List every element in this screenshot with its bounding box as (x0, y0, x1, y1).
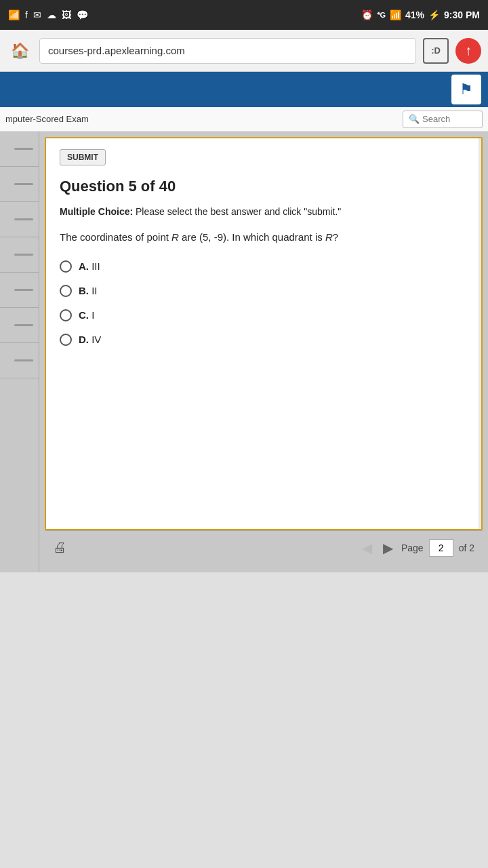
sidebar-line-5 (14, 289, 33, 291)
site-header: ⚑ (0, 72, 488, 107)
network-icon: ⁴G (377, 11, 386, 20)
submit-button[interactable]: SUBMIT (60, 149, 106, 165)
wifi-icon: 📶 (8, 9, 20, 20)
choice-b-text: II (92, 285, 97, 296)
sidebar-line-4 (14, 254, 33, 256)
sidebar-line-2 (14, 183, 33, 185)
gray-bottom-area (0, 572, 488, 830)
search-box[interactable]: 🔍 (403, 111, 483, 128)
question-title: Question 5 of 40 (60, 178, 468, 195)
question-text: The coordinates of point R are (5, -9). … (60, 230, 468, 245)
sidebar-line-7 (14, 359, 33, 361)
panel-right-divider (479, 138, 481, 529)
point-r-italic: R (171, 231, 179, 243)
radio-c[interactable] (60, 309, 72, 321)
time-display: 9:30 PM (444, 9, 480, 20)
page-label: Page (401, 542, 424, 553)
exam-title: mputer-Scored Exam (5, 114, 397, 124)
status-icons-left: 📶 f ✉ ☁ 🖼 💬 (8, 9, 88, 20)
exam-bar: mputer-Scored Exam 🔍 (0, 107, 488, 132)
sidebar-line-3 (14, 218, 33, 220)
browser-chrome: 🏠 courses-prd.apexlearning.com :D ↑ (0, 30, 488, 72)
url-text: courses-prd.apexlearning.com (48, 45, 185, 56)
tab-switcher-button[interactable]: :D (423, 38, 449, 64)
choice-c[interactable]: C. I (60, 309, 468, 321)
battery-percentage: 41% (405, 9, 424, 20)
facebook-icon: f (25, 9, 28, 20)
sidebar-item-2[interactable] (0, 167, 39, 202)
alarm-icon: ⏰ (361, 9, 373, 20)
signal-icon: 📶 (390, 9, 401, 20)
instruction-bold: Multiple Choice: (60, 206, 133, 217)
sidebar-item-7[interactable] (0, 343, 39, 378)
upload-button[interactable]: ↑ (455, 38, 481, 64)
radio-a[interactable] (60, 260, 72, 273)
choice-a[interactable]: A. III (60, 260, 468, 273)
choice-d-label: D. IV (79, 334, 101, 345)
logo-symbol: ⚑ (460, 81, 473, 98)
next-page-button[interactable]: ▶ (380, 540, 396, 556)
choice-b-letter: B. (79, 285, 89, 296)
choice-a-label: A. III (79, 260, 100, 272)
status-bar: 📶 f ✉ ☁ 🖼 💬 ⏰ ⁴G 📶 41% ⚡ 9:30 PM (0, 0, 488, 30)
choice-b-label: B. II (79, 285, 98, 296)
search-icon: 🔍 (409, 114, 420, 124)
exam-panel: SUBMIT Question 5 of 40 Multiple Choice:… (45, 137, 483, 530)
page-total: of 2 (459, 542, 474, 553)
sidebar-item-3[interactable] (0, 202, 39, 237)
exam-footer: 🖨 ◀ ▶ Page of 2 (45, 530, 483, 564)
messenger-icon: 💬 (77, 9, 88, 20)
home-button[interactable]: 🏠 (7, 38, 33, 64)
cloud-icon: ☁ (47, 9, 56, 20)
tab-count-label: :D (431, 45, 441, 56)
choice-d-letter: D. (79, 334, 89, 345)
choice-c-label: C. I (79, 309, 94, 321)
question-instruction: Multiple Choice: Please select the best … (60, 205, 468, 219)
search-input[interactable] (422, 114, 476, 124)
sidebar-item-4[interactable] (0, 237, 39, 273)
site-logo: ⚑ (451, 75, 481, 104)
page-number-input[interactable] (429, 539, 453, 557)
instruction-body: Please select the best answer and click … (133, 206, 341, 217)
choice-c-letter: C. (79, 309, 89, 321)
sidebar-item-6[interactable] (0, 308, 39, 343)
left-sidebar (0, 132, 39, 572)
prev-page-button[interactable]: ◀ (359, 540, 375, 556)
choice-d[interactable]: D. IV (60, 334, 468, 346)
mail-icon: ✉ (33, 9, 41, 20)
url-bar[interactable]: courses-prd.apexlearning.com (39, 38, 416, 64)
main-content: SUBMIT Question 5 of 40 Multiple Choice:… (0, 132, 488, 572)
choice-a-text: III (92, 260, 100, 272)
charging-icon: ⚡ (428, 9, 440, 20)
photo-icon: 🖼 (62, 9, 71, 20)
point-r-italic-2: R (325, 231, 333, 243)
sidebar-line-1 (14, 148, 33, 150)
choice-c-text: I (92, 309, 94, 321)
sidebar-line-6 (14, 324, 33, 326)
status-info-right: ⏰ ⁴G 📶 41% ⚡ 9:30 PM (361, 9, 480, 20)
radio-d[interactable] (60, 334, 72, 346)
choice-d-text: IV (92, 334, 101, 345)
choice-b[interactable]: B. II (60, 285, 468, 297)
sidebar-item-1[interactable] (0, 132, 39, 167)
print-icon[interactable]: 🖨 (53, 540, 66, 555)
sidebar-item-5[interactable] (0, 273, 39, 308)
radio-b[interactable] (60, 285, 72, 297)
exam-container: SUBMIT Question 5 of 40 Multiple Choice:… (39, 132, 488, 572)
choice-a-letter: A. (79, 260, 89, 272)
